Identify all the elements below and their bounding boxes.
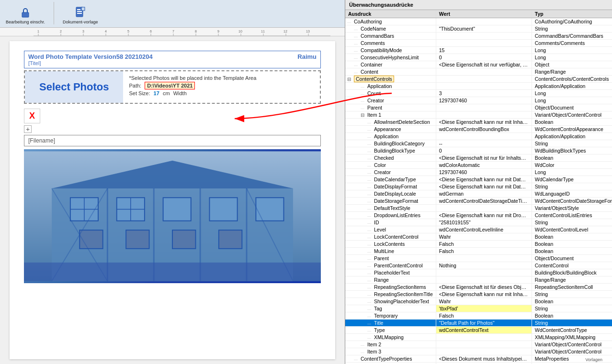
bearbeitung-button[interactable]: Bearbeitung einschr.	[3, 5, 48, 25]
table-row[interactable]: —ApplicationApplication/Application	[345, 83, 612, 90]
table-row[interactable]: —ConsecutiveHyphensLimit0Long	[345, 54, 612, 61]
table-row[interactable]: —TypewdContentControlTextWdContentContro…	[345, 327, 612, 334]
cell-type: Boolean	[532, 233, 612, 241]
table-row[interactable]: —LockContentControlWahrBoolean	[345, 233, 612, 241]
cell-type: String	[532, 140, 612, 147]
cell-type: Long	[532, 54, 612, 61]
cell-name: LockContents	[374, 241, 405, 247]
table-row[interactable]: —RepeatingSectionItemTitle<Diese Eigensc…	[345, 291, 612, 298]
table-row[interactable]: —ParentObject/Document	[345, 255, 612, 262]
table-row[interactable]: —DateDisplayFormat<Diese Eigenschaft kan…	[345, 183, 612, 190]
add-row-area: +	[24, 125, 321, 133]
table-row[interactable]: —ShowingPlaceholderTextWahrBoolean	[345, 298, 612, 305]
cell-value: wdContentControlText	[436, 327, 532, 334]
table-row[interactable]: —RepeatingSectionItems<Diese Eigenschaft…	[345, 284, 612, 291]
cell-name: Appearance	[374, 126, 401, 132]
table-row[interactable]: —ContentTypeProperties<Dieses Dokument m…	[345, 355, 612, 363]
doc-body: Word Photo Template Version58 20210204 […	[0, 36, 345, 364]
table-row[interactable]: —DropdownListEntries<Diese Eigenschaft k…	[345, 212, 612, 219]
cell-type: ContentControls/ContentControls	[532, 76, 612, 83]
table-row[interactable]: —ApplicationApplication/Application	[345, 133, 612, 140]
table-row[interactable]: —ParentContentControlNothingContentContr…	[345, 262, 612, 269]
table-row[interactable]: —TemporaryFalschBoolean	[345, 312, 612, 320]
x-button[interactable]: X	[24, 109, 40, 123]
doc-title-text: Word Photo Template Version58 20210204	[28, 53, 153, 60]
cell-expression: —ContentTypeProperties	[345, 355, 436, 363]
cell-value: wdGerman	[436, 190, 532, 198]
cell-value: 3	[436, 90, 532, 97]
svg-text:3: 3	[82, 30, 84, 33]
table-row[interactable]: —AllowInsertDeleteSection<Diese Eigensch…	[345, 119, 612, 126]
cell-value	[436, 276, 532, 284]
table-row[interactable]: —DateCalendarType<Diese Eigenschaft kann…	[345, 176, 612, 183]
table-row[interactable]: —CodeName"ThisDocument"String	[345, 25, 612, 33]
table-row[interactable]: —DateDisplayLocalewdGermanWdLanguageID	[345, 190, 612, 198]
table-row[interactable]: —MultiLineFalschBoolean	[345, 248, 612, 255]
x-button-row: X	[24, 107, 321, 123]
filename-row: [Filename]	[24, 135, 321, 146]
table-row[interactable]: —CompatibilityMode15Long	[345, 47, 612, 54]
table-row[interactable]: —ContentRange/Range	[345, 68, 612, 76]
table-row[interactable]: —Creator1297307460Long	[345, 97, 612, 104]
table-row[interactable]: —LevelwdContentControlLevelInlineWdConte…	[345, 226, 612, 233]
table-row[interactable]: —RangeRange/Range	[345, 276, 612, 284]
size-value: 17	[154, 90, 159, 96]
cell-value: 'tbxPfad'	[436, 305, 532, 312]
table-row[interactable]: —Container<Diese Eigenschaft ist nur ver…	[345, 61, 612, 68]
table-row[interactable]: —DateStorageFormatwdContentControlDateSt…	[345, 198, 612, 205]
svg-rect-39	[210, 198, 238, 221]
table-row[interactable]: —Checked<Diese Eigenschaft ist nur für I…	[345, 154, 612, 162]
doc-page: Word Photo Template Version58 20210204 […	[10, 41, 335, 359]
size-unit: cm	[163, 90, 170, 96]
table-row[interactable]: —DefaultTextStyleVariant/Object/Style	[345, 205, 612, 212]
cell-value	[436, 334, 532, 341]
cell-name: DateDisplayFormat	[374, 184, 417, 189]
table-row[interactable]: —Count3Long	[345, 90, 612, 97]
cell-type: String	[532, 25, 612, 33]
cell-name: Type	[374, 327, 385, 333]
cell-expression: —BuildingBlockCategory	[345, 140, 436, 147]
table-row[interactable]: —Title"Default Path for Photos"String	[345, 320, 612, 327]
cell-value: Nothing	[436, 262, 532, 269]
table-row[interactable]: —CommandBarsCommandBars/CommandBars	[345, 33, 612, 40]
table-row[interactable]: —BuildingBlockType0WdBuildingBlockTypes	[345, 147, 612, 154]
table-row[interactable]: ⊟Item 1Variant/Object/ContentControl	[345, 111, 612, 119]
table-row[interactable]: —Item 2Variant/Object/ContentControl	[345, 341, 612, 348]
cell-value: 1297307460	[436, 97, 532, 104]
col-expression: Ausdruck	[345, 10, 436, 18]
table-row[interactable]: —Tag'tbxPfad'String	[345, 305, 612, 312]
cell-type: String	[532, 291, 612, 298]
dokument-button[interactable]: Dokument-vorlage	[60, 5, 101, 25]
expand-icon[interactable]: ⊟	[361, 112, 367, 118]
cell-name: Item 2	[367, 342, 381, 347]
table-row[interactable]: —ParentObject/Document	[345, 104, 612, 111]
cell-expression: ⊟Item 1	[345, 111, 436, 119]
cell-type: WdCalendarType	[532, 176, 612, 183]
cell-type: String	[532, 219, 612, 226]
expand-icon[interactable]: ⊟	[347, 77, 354, 82]
cell-type: BuildingBlock/BuildingBlock	[532, 269, 612, 276]
cell-value	[436, 83, 532, 90]
table-row[interactable]: —CommentsComments/Comments	[345, 40, 612, 47]
table-row[interactable]: —XMLMappingXMLMapping/XMLMapping	[345, 334, 612, 341]
cell-name: Parent	[367, 105, 382, 110]
table-row[interactable]: —CoAuthoringCoAuthoring/CoAuthoring	[345, 18, 612, 25]
table-row[interactable]: —ColorwdColorAutomaticWdColor	[345, 162, 612, 169]
table-row[interactable]: —Creator1297307460Long	[345, 363, 612, 364]
select-photos-button[interactable]: Select Photos	[25, 71, 123, 103]
cell-type: Application/Application	[532, 83, 612, 90]
table-row[interactable]: —BuildingBlockCategory--String	[345, 140, 612, 147]
table-row[interactable]: —PlaceholderTextBuildingBlock/BuildingBl…	[345, 269, 612, 276]
table-row[interactable]: —Creator1297307460Long	[345, 169, 612, 176]
svg-text:11: 11	[261, 30, 265, 33]
table-row[interactable]: —LockContentsFalschBoolean	[345, 241, 612, 248]
cell-type: Long	[532, 47, 612, 54]
table-row[interactable]: —ID"2581019155"String	[345, 219, 612, 226]
cell-type: Object	[532, 61, 612, 68]
table-row[interactable]: ⊟ContentControlsContentControls/ContentC…	[345, 76, 612, 83]
table-row[interactable]: —Item 3Variant/Object/ContentControl	[345, 348, 612, 355]
cell-expression: —Content	[345, 68, 436, 76]
add-row-icon[interactable]: +	[24, 125, 32, 133]
photo-preview	[24, 149, 321, 283]
table-row[interactable]: —AppearancewdContentControlBoundingBoxWd…	[345, 126, 612, 133]
